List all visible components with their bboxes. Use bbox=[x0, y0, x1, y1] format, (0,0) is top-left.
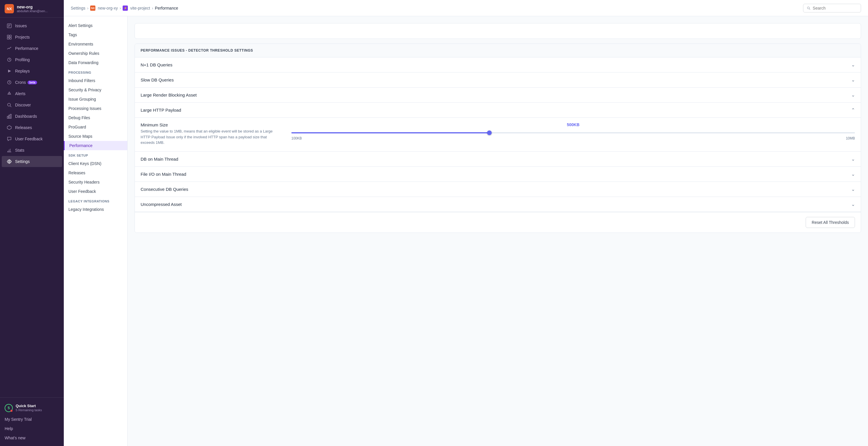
org-email: abdullah.khan@sen... bbox=[17, 9, 48, 13]
sidebar-item-issues[interactable]: Issues bbox=[2, 20, 62, 31]
dot-indicator bbox=[10, 410, 12, 412]
breadcrumb-org[interactable]: new-org-xy bbox=[98, 6, 118, 10]
sidebar-item-replays[interactable]: Replays bbox=[2, 65, 62, 77]
accordion-large-http: Large HTTP Payload ⌃ Minimum Size Settin… bbox=[135, 103, 861, 152]
sidebar-item-discover[interactable]: Discover bbox=[2, 99, 62, 111]
threshold-slider[interactable] bbox=[291, 132, 855, 133]
breadcrumb-settings[interactable]: Settings bbox=[71, 6, 86, 10]
sidebar-item-label: User Feedback bbox=[15, 137, 42, 141]
sidebar-item-label: Profiling bbox=[15, 57, 30, 62]
settings-nav-debug-files[interactable]: Debug Files bbox=[64, 113, 127, 122]
search-input[interactable] bbox=[813, 6, 857, 10]
quick-start-item[interactable]: 5 Quick Start 5 Remaining tasks bbox=[0, 401, 64, 415]
sidebar: NX new-org abdullah.khan@sen... Issues P… bbox=[0, 0, 64, 446]
sidebar-item-releases[interactable]: Releases bbox=[2, 122, 62, 133]
settings-nav-legacy-integrations[interactable]: Legacy Integrations bbox=[64, 205, 127, 214]
reset-all-thresholds-button[interactable]: Reset All Thresholds bbox=[806, 217, 855, 228]
dashboards-icon bbox=[6, 113, 12, 119]
sidebar-item-label: Stats bbox=[15, 148, 24, 152]
sidebar-item-stats[interactable]: Stats bbox=[2, 145, 62, 156]
sidebar-item-label: Crons bbox=[15, 80, 26, 85]
accordion-header-large-http[interactable]: Large HTTP Payload ⌃ bbox=[135, 103, 861, 117]
org-avatar: NX bbox=[5, 4, 14, 13]
settings-section-legacy: LEGACY INTEGRATIONS Legacy Integrations bbox=[64, 196, 127, 214]
accordion-header-slow-db[interactable]: Slow DB Queries ⌄ bbox=[135, 72, 861, 87]
svg-point-27 bbox=[807, 7, 809, 9]
settings-nav-releases[interactable]: Releases bbox=[64, 168, 127, 177]
svg-rect-4 bbox=[7, 35, 9, 37]
sidebar-item-settings[interactable]: Settings bbox=[2, 156, 62, 167]
accordion-header-n1-db[interactable]: N+1 DB Queries ⌄ bbox=[135, 57, 861, 72]
sidebar-item-label: Performance bbox=[15, 46, 38, 51]
sidebar-item-dashboards[interactable]: Dashboards bbox=[2, 111, 62, 122]
slider-labels: 100KB 10MB bbox=[291, 136, 855, 140]
accordion-header-db-main[interactable]: DB on Main Thread ⌄ bbox=[135, 152, 861, 167]
search-bar bbox=[803, 4, 861, 12]
alerts-icon bbox=[6, 91, 12, 96]
svg-rect-19 bbox=[7, 116, 8, 118]
reset-section: Reset All Thresholds bbox=[135, 212, 861, 233]
content-wrapper: Alert Settings Tags Environments Ownersh… bbox=[64, 16, 868, 446]
section-header: PERFORMANCE ISSUES - DETECTOR THRESHOLD … bbox=[135, 44, 861, 57]
slider-max-label: 10MB bbox=[846, 136, 855, 140]
accordion-db-main: DB on Main Thread ⌄ bbox=[135, 152, 861, 167]
accordion-header-large-render[interactable]: Large Render Blocking Asset ⌄ bbox=[135, 88, 861, 102]
chevron-down-icon: ⌄ bbox=[851, 156, 855, 162]
settings-nav-alert-settings[interactable]: Alert Settings bbox=[64, 21, 127, 30]
whats-new-item[interactable]: What's new bbox=[0, 433, 64, 443]
sidebar-item-projects[interactable]: Projects bbox=[2, 32, 62, 42]
settings-nav-issue-grouping[interactable]: Issue Grouping bbox=[64, 94, 127, 104]
footer-label: Help bbox=[5, 426, 13, 431]
accordion-title-slow-db: Slow DB Queries bbox=[141, 78, 174, 82]
settings-nav-environments[interactable]: Environments bbox=[64, 39, 127, 49]
accordion-title-large-http: Large HTTP Payload bbox=[141, 108, 181, 113]
sidebar-item-alerts[interactable]: Alerts bbox=[2, 88, 62, 99]
threshold-info: Minimum Size Setting the value to 1MB, m… bbox=[141, 122, 280, 146]
settings-nav-performance[interactable]: Performance bbox=[64, 141, 127, 150]
footer-label: What's new bbox=[5, 436, 26, 440]
quick-start-title: Quick Start bbox=[16, 404, 42, 408]
topbar: Settings › NX new-org-xy › ⚡ vite-projec… bbox=[64, 0, 868, 16]
svg-point-17 bbox=[7, 103, 10, 106]
svg-rect-7 bbox=[9, 37, 11, 39]
breadcrumb-project[interactable]: vite-project bbox=[130, 6, 150, 10]
svg-point-26 bbox=[9, 161, 10, 162]
sidebar-item-performance[interactable]: Performance bbox=[2, 43, 62, 54]
sidebar-item-user-feedback[interactable]: User Feedback bbox=[2, 133, 62, 144]
project-badge: ⚡ bbox=[123, 5, 128, 11]
sidebar-footer: 5 Quick Start 5 Remaining tasks My Sentr… bbox=[0, 397, 64, 446]
sidebar-item-label: Alerts bbox=[15, 91, 26, 96]
settings-nav-inbound-filters[interactable]: Inbound Filters bbox=[64, 76, 127, 85]
sidebar-item-crons[interactable]: Crons beta bbox=[2, 77, 62, 88]
accordion-header-consecutive-db[interactable]: Consecutive DB Queries ⌄ bbox=[135, 182, 861, 197]
accordion-header-file-io[interactable]: File I/O on Main Thread ⌄ bbox=[135, 167, 861, 181]
settings-nav-ownership-rules[interactable]: Ownership Rules bbox=[64, 49, 127, 58]
accordion-content-large-http: Minimum Size Setting the value to 1MB, m… bbox=[135, 117, 861, 151]
settings-nav-client-keys[interactable]: Client Keys (DSN) bbox=[64, 159, 127, 168]
breadcrumb-org-badge: NX bbox=[90, 5, 95, 11]
feedback-icon bbox=[6, 136, 12, 142]
section-header-title: PERFORMANCE ISSUES - DETECTOR THRESHOLD … bbox=[141, 49, 855, 53]
settings-nav-processing-issues[interactable]: Processing Issues bbox=[64, 104, 127, 113]
chevron-up-icon: ⌃ bbox=[851, 107, 855, 113]
settings-section-sdk: SDK SETUP Client Keys (DSN) Releases Sec… bbox=[64, 150, 127, 196]
accordion-title-consecutive-db: Consecutive DB Queries bbox=[141, 187, 188, 192]
settings-section-title-sdk: SDK SETUP bbox=[64, 150, 127, 159]
settings-nav-proguard[interactable]: ProGuard bbox=[64, 122, 127, 132]
sidebar-item-label: Issues bbox=[15, 24, 27, 28]
accordion-header-uncompressed[interactable]: Uncompressed Asset ⌄ bbox=[135, 197, 861, 212]
settings-nav-tags[interactable]: Tags bbox=[64, 30, 127, 39]
sidebar-item-profiling[interactable]: Profiling bbox=[2, 54, 62, 65]
settings-nav-user-feedback[interactable]: User Feedback bbox=[64, 187, 127, 196]
settings-nav-security-headers[interactable]: Security Headers bbox=[64, 177, 127, 187]
settings-nav-security-privacy[interactable]: Security & Privacy bbox=[64, 85, 127, 94]
settings-nav-source-maps[interactable]: Source Maps bbox=[64, 132, 127, 141]
quick-start-badge: 5 bbox=[5, 404, 13, 412]
settings-nav-data-forwarding[interactable]: Data Forwarding bbox=[64, 58, 127, 67]
help-item[interactable]: Help bbox=[0, 424, 64, 433]
slider-section: 500KB 100KB 10MB bbox=[291, 122, 855, 140]
accordion-large-render: Large Render Blocking Asset ⌄ bbox=[135, 88, 861, 103]
breadcrumb-sep2: › bbox=[120, 6, 121, 10]
my-sentry-trial-item[interactable]: My Sentry Trial bbox=[0, 415, 64, 424]
stats-icon bbox=[6, 147, 12, 153]
